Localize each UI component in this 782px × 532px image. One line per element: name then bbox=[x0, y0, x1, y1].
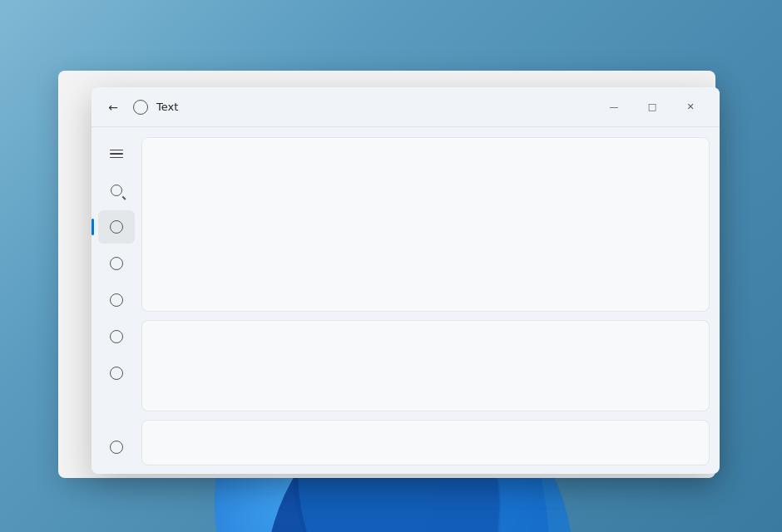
content-panel-1 bbox=[141, 137, 710, 312]
nav-circle-icon-6 bbox=[110, 441, 123, 454]
title-icon bbox=[133, 100, 148, 115]
content-area bbox=[92, 127, 720, 474]
main-content bbox=[141, 127, 720, 474]
minimize-button[interactable]: — bbox=[595, 94, 633, 121]
sidebar-item-1[interactable] bbox=[98, 210, 135, 244]
back-button[interactable]: ← bbox=[101, 96, 125, 119]
window-title: Text bbox=[156, 101, 178, 113]
content-panel-2 bbox=[141, 320, 710, 411]
window-controls: — □ ✕ bbox=[595, 94, 710, 121]
title-bar: ← Text — □ ✕ bbox=[92, 87, 720, 127]
sidebar-item-4[interactable] bbox=[98, 320, 135, 353]
sidebar-item-menu[interactable] bbox=[98, 137, 135, 170]
nav-circle-icon-3 bbox=[110, 293, 123, 307]
sidebar-item-search[interactable] bbox=[98, 174, 135, 207]
sidebar-item-3[interactable] bbox=[98, 283, 135, 317]
sidebar-item-6[interactable] bbox=[98, 431, 135, 464]
sidebar-item-2[interactable] bbox=[98, 247, 135, 280]
hamburger-icon bbox=[110, 150, 123, 159]
nav-circle-icon-4 bbox=[110, 330, 123, 343]
nav-circle-icon-5 bbox=[110, 367, 123, 380]
content-panel-3 bbox=[141, 420, 710, 466]
search-icon bbox=[111, 185, 122, 196]
sidebar-item-5[interactable] bbox=[98, 357, 135, 390]
close-button[interactable]: ✕ bbox=[671, 94, 710, 121]
title-bar-left: ← Text bbox=[101, 96, 595, 119]
main-window: ← Text — □ ✕ bbox=[92, 87, 720, 474]
sidebar bbox=[92, 127, 141, 474]
maximize-button[interactable]: □ bbox=[633, 94, 671, 121]
nav-circle-icon-1 bbox=[110, 220, 123, 234]
nav-circle-icon-2 bbox=[110, 257, 123, 270]
